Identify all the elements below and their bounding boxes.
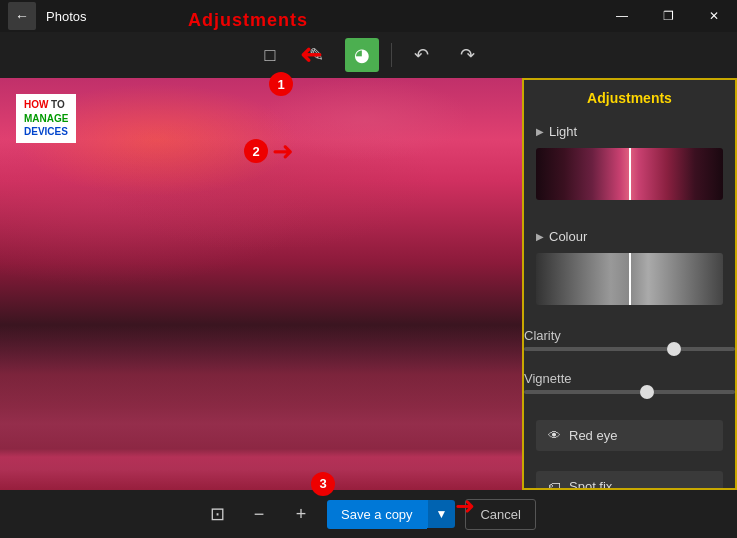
colour-thumbnail[interactable] xyxy=(536,253,723,305)
crop-icon: □ xyxy=(265,45,276,66)
colour-section: ▶ Colour xyxy=(524,219,735,316)
vignette-label: Vignette xyxy=(524,371,735,386)
bottom-bar: ⊡ − + 3 ➜ Save a copy ▼ Cancel xyxy=(0,490,737,538)
annotation-label-3: 3 xyxy=(311,472,335,496)
clarity-label: Clarity xyxy=(524,328,735,343)
zoom-out-button[interactable]: − xyxy=(243,498,275,530)
spotfix-section: 🏷 Spot fix xyxy=(524,461,735,490)
annotation-arrow-1: ➜ xyxy=(300,41,323,69)
main-content: HOW TO MANAGE DEVICES 2 ➜ Adjustments ▶ … xyxy=(0,78,737,490)
adjustments-panel: Adjustments ▶ Light ▶ Colour xyxy=(522,78,737,490)
redeye-label: Red eye xyxy=(569,428,617,443)
maximize-button[interactable]: ❐ xyxy=(645,0,691,32)
annotation-arrow-2: ➜ xyxy=(272,138,294,164)
watermark: HOW TO MANAGE DEVICES xyxy=(16,94,76,143)
colour-label: Colour xyxy=(549,229,587,244)
bottom-crop-button[interactable]: ⊡ xyxy=(201,498,233,530)
adjust-button[interactable]: ◕ xyxy=(345,38,379,72)
annotation-arrow-3: ➜ xyxy=(455,492,475,520)
annotation-label-1: 1 xyxy=(269,72,293,96)
spotfix-button[interactable]: 🏷 Spot fix xyxy=(536,471,723,490)
redeye-icon: 👁 xyxy=(548,428,561,443)
spotfix-icon: 🏷 xyxy=(548,479,561,490)
watermark-how: HOW xyxy=(24,99,48,110)
redeye-button[interactable]: 👁 Red eye xyxy=(536,420,723,451)
close-button[interactable]: ✕ xyxy=(691,0,737,32)
toolbar-separator xyxy=(391,43,392,67)
zoom-in-button[interactable]: + xyxy=(285,498,317,530)
spotfix-label: Spot fix xyxy=(569,479,612,490)
zoom-out-icon: − xyxy=(254,504,265,525)
redo-button[interactable]: ↷ xyxy=(450,38,484,72)
clarity-track[interactable] xyxy=(524,347,735,351)
toolbar: □ ✎ ◕ ↶ ↷ xyxy=(0,32,737,78)
dropdown-chevron: ▼ xyxy=(436,507,448,521)
undo-button[interactable]: ↶ xyxy=(404,38,438,72)
title-bar: ← Photos — ❐ ✕ xyxy=(0,0,737,32)
light-thumbnail[interactable] xyxy=(536,148,723,200)
undo-icon: ↶ xyxy=(414,44,429,66)
redo-icon: ↷ xyxy=(460,44,475,66)
save-copy-dropdown-button[interactable]: ▼ xyxy=(427,500,456,528)
bottom-crop-icon: ⊡ xyxy=(210,503,225,525)
light-divider xyxy=(629,148,631,200)
image-area: HOW TO MANAGE DEVICES 2 ➜ xyxy=(0,78,522,490)
panel-title: Adjustments xyxy=(524,80,735,114)
light-section: ▶ Light xyxy=(524,114,735,211)
light-chevron: ▶ xyxy=(536,126,544,137)
colour-divider xyxy=(629,253,631,305)
crop-button[interactable]: □ xyxy=(253,38,287,72)
annotation-label-2: 2 xyxy=(244,139,268,163)
colour-chevron: ▶ xyxy=(536,231,544,242)
adjust-icon: ◕ xyxy=(354,44,370,66)
colour-header[interactable]: ▶ Colour xyxy=(536,225,723,248)
save-copy-button[interactable]: Save a copy xyxy=(327,500,427,529)
zoom-in-icon: + xyxy=(296,504,307,525)
minimize-button[interactable]: — xyxy=(599,0,645,32)
light-label: Light xyxy=(549,124,577,139)
annotation-title: Adjustments xyxy=(188,10,308,31)
redeye-section: 👁 Red eye xyxy=(524,410,735,461)
light-header[interactable]: ▶ Light xyxy=(536,120,723,143)
vignette-thumb[interactable] xyxy=(640,385,654,399)
app-title: Photos xyxy=(46,9,86,24)
watermark-to: TO xyxy=(51,99,65,110)
clarity-section: Clarity xyxy=(524,324,735,359)
watermark-manage: MANAGE xyxy=(24,113,68,124)
watermark-devices: DEVICES xyxy=(24,126,68,137)
cancel-button[interactable]: Cancel xyxy=(465,499,535,530)
clarity-thumb[interactable] xyxy=(667,342,681,356)
vignette-section: Vignette xyxy=(524,367,735,402)
window-controls: — ❐ ✕ xyxy=(599,0,737,32)
back-button[interactable]: ← xyxy=(8,2,36,30)
vignette-track[interactable] xyxy=(524,390,735,394)
